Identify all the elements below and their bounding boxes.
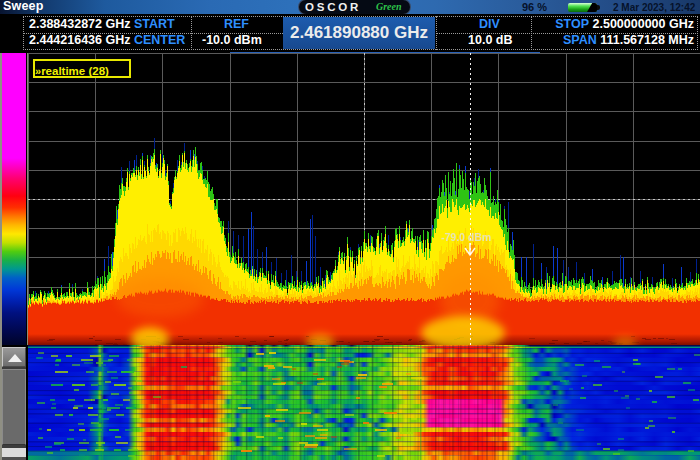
svg-text:-79.0 dBm: -79.0 dBm	[441, 231, 491, 243]
